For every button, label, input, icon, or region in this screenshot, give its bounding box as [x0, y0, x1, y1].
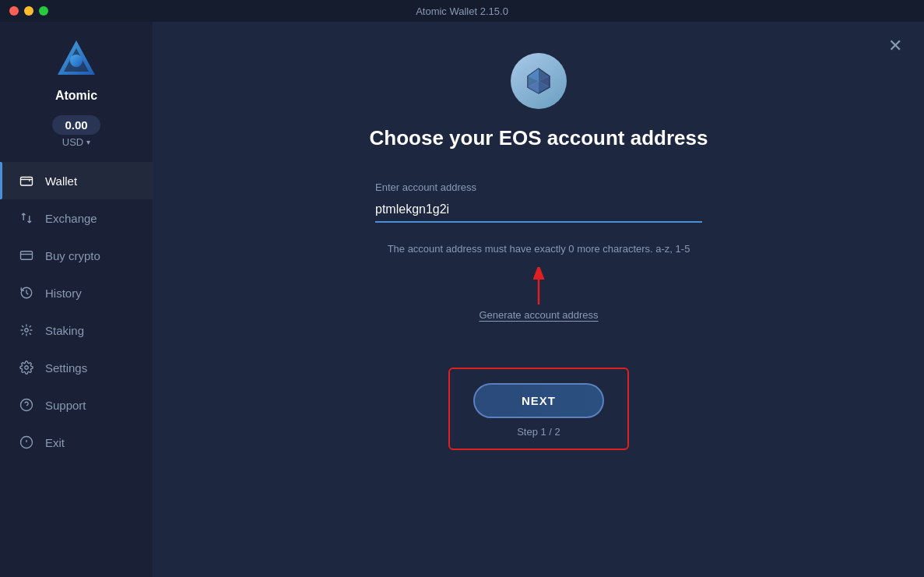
- svg-rect-3: [21, 178, 33, 186]
- account-address-input[interactable]: [375, 198, 702, 223]
- minimize-window-btn[interactable]: [24, 6, 33, 16]
- wallet-icon: [19, 173, 34, 188]
- svg-rect-4: [21, 252, 33, 260]
- annotation-arrow: [531, 267, 546, 306]
- sidebar-item-wallet[interactable]: Wallet: [0, 162, 153, 199]
- hint-text: The account address must have exactly 0 …: [388, 241, 690, 258]
- logo-name: Atomic: [55, 89, 97, 103]
- title-bar: Atomic Wallet 2.15.0: [0, 0, 924, 22]
- sidebar-item-settings[interactable]: Settings: [0, 349, 153, 386]
- staking-icon: [19, 322, 34, 338]
- currency-dropdown-icon: ▾: [86, 138, 90, 146]
- step-indicator: Step 1 / 2: [517, 426, 560, 438]
- sidebar-item-staking-label: Staking: [45, 324, 84, 337]
- balance-badge: 0.00: [52, 115, 100, 135]
- sidebar-item-buy-crypto[interactable]: Buy crypto: [0, 237, 153, 274]
- eos-coin-icon: [511, 53, 567, 109]
- sidebar-item-exchange[interactable]: Exchange: [0, 199, 153, 237]
- red-arrow-icon: [531, 267, 546, 306]
- exchange-icon: [19, 210, 34, 226]
- account-input-label: Enter account address: [375, 181, 702, 193]
- sidebar-item-exit[interactable]: Exit: [0, 424, 153, 461]
- exit-icon: [19, 435, 34, 450]
- svg-point-2: [70, 55, 83, 67]
- main-content: ✕ Choose your EOS account address Enter …: [153, 22, 924, 577]
- window-title: Atomic Wallet 2.15.0: [416, 5, 508, 17]
- sidebar-item-exit-label: Exit: [45, 436, 65, 449]
- sidebar-item-settings-label: Settings: [45, 361, 87, 375]
- next-button[interactable]: NEXT: [473, 383, 604, 418]
- maximize-window-btn[interactable]: [39, 6, 48, 16]
- sidebar-item-buy-crypto-label: Buy crypto: [45, 249, 100, 262]
- sidebar-item-support-label: Support: [45, 399, 86, 412]
- page-title: Choose your EOS account address: [370, 126, 708, 150]
- sidebar-item-staking[interactable]: Staking: [0, 311, 153, 349]
- currency-selector[interactable]: USD ▾: [62, 136, 90, 148]
- sidebar-item-history-label: History: [45, 287, 82, 300]
- sidebar-item-wallet-label: Wallet: [45, 174, 77, 188]
- close-window-btn[interactable]: [9, 6, 19, 16]
- window-controls[interactable]: [9, 6, 48, 16]
- svg-point-6: [25, 329, 29, 332]
- sidebar: Atomic 0.00 USD ▾ Wallet Exchange: [0, 22, 153, 577]
- history-icon: [19, 285, 34, 301]
- app-body: Atomic 0.00 USD ▾ Wallet Exchange: [0, 22, 924, 577]
- close-button[interactable]: ✕: [888, 37, 902, 55]
- svg-point-7: [25, 366, 29, 370]
- generate-account-link[interactable]: Generate account address: [479, 309, 598, 321]
- account-input-group: Enter account address: [375, 181, 702, 223]
- next-button-area: NEXT Step 1 / 2: [448, 368, 629, 450]
- logo-area: Atomic: [53, 37, 100, 103]
- buy-crypto-icon: [19, 248, 34, 263]
- sidebar-item-exchange-label: Exchange: [45, 212, 97, 225]
- svg-point-8: [21, 399, 33, 411]
- sidebar-item-history[interactable]: History: [0, 274, 153, 311]
- sidebar-item-support[interactable]: Support: [0, 386, 153, 424]
- support-icon: [19, 397, 34, 413]
- nav-menu: Wallet Exchange Buy crypto: [0, 162, 153, 461]
- settings-icon: [19, 360, 34, 375]
- atomic-logo-icon: [53, 37, 100, 84]
- form-area: Enter account address The account addres…: [375, 181, 702, 450]
- currency-label: USD: [62, 136, 83, 148]
